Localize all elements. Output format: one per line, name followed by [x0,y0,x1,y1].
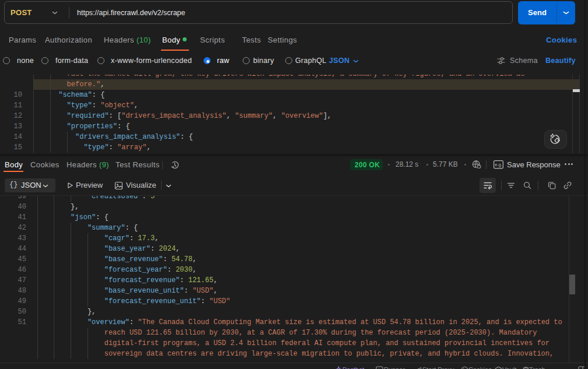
svg-text:e.g.: e.g. [495,162,502,167]
